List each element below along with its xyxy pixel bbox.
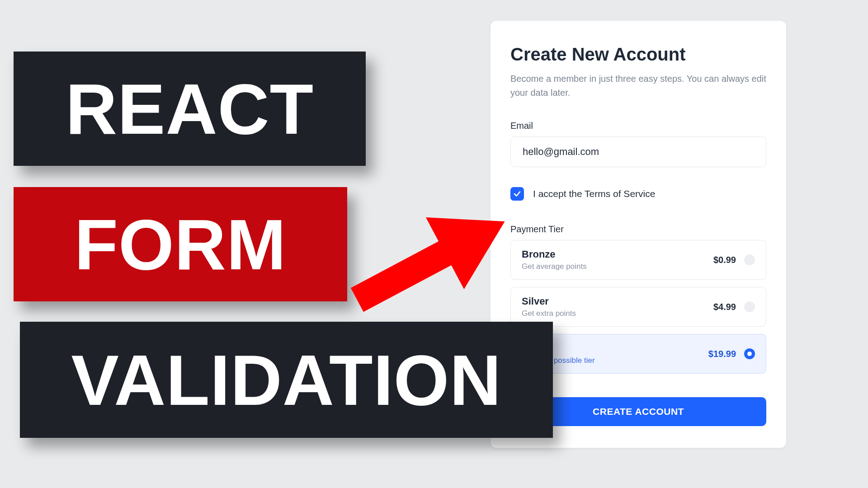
card-title: Create New Account bbox=[510, 44, 766, 65]
tier-option-bronze[interactable]: Bronze Get average points $0.99 bbox=[510, 240, 766, 280]
tier-name: Silver bbox=[522, 296, 576, 307]
tier-desc: Get average points bbox=[522, 262, 587, 271]
arrow-icon bbox=[321, 183, 529, 345]
tier-price: $19.99 bbox=[708, 349, 736, 359]
radio-off-icon[interactable] bbox=[744, 301, 755, 312]
tier-desc: Get extra points bbox=[522, 309, 576, 318]
tier-name: Bronze bbox=[522, 249, 587, 260]
payment-tier-label: Payment Tier bbox=[510, 224, 766, 235]
tier-option-silver[interactable]: Silver Get extra points $4.99 bbox=[510, 287, 766, 327]
tier-price: $4.99 bbox=[713, 302, 736, 312]
email-input-wrap[interactable] bbox=[510, 136, 766, 167]
overlay-react-label: REACT bbox=[14, 52, 366, 166]
overlay-validation-label: VALIDATION bbox=[20, 322, 553, 438]
email-input[interactable] bbox=[523, 146, 754, 158]
svg-marker-0 bbox=[338, 186, 524, 336]
tier-price: $0.99 bbox=[713, 255, 736, 265]
card-subtitle: Become a member in just three easy steps… bbox=[510, 72, 766, 100]
email-label: Email bbox=[510, 121, 766, 131]
radio-off-icon[interactable] bbox=[744, 254, 755, 265]
tos-row: I accept the Terms of Service bbox=[510, 187, 766, 201]
tos-label: I accept the Terms of Service bbox=[533, 188, 655, 199]
radio-on-icon[interactable] bbox=[744, 348, 755, 359]
overlay-form-label: FORM bbox=[14, 187, 347, 301]
